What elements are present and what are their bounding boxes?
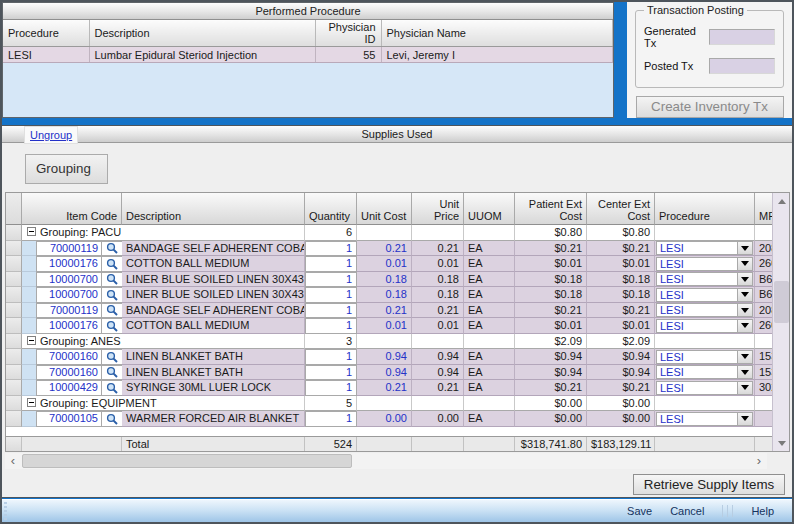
col-header-patient-ext-cost[interactable]: Patient Ext Cost	[515, 193, 587, 225]
col-header-procedure[interactable]: Procedure	[3, 20, 89, 47]
horizontal-scrollbar[interactable]: ‹ ›	[5, 453, 767, 469]
procedure-dropdown[interactable]: LESI	[656, 381, 753, 395]
col-header-procedure[interactable]: Procedure	[655, 193, 755, 225]
item-quantity-input[interactable]: 1	[305, 241, 357, 257]
item-code-link[interactable]: 70000119	[36, 241, 102, 257]
item-lookup-button[interactable]	[102, 303, 122, 319]
item-code-link[interactable]: 10000176	[36, 318, 102, 334]
item-lookup-button[interactable]	[102, 365, 122, 381]
help-button[interactable]: Help	[751, 505, 774, 517]
supply-item-row[interactable]: 10000176COTTON BALL MEDIUM10.010.01EA$0.…	[6, 318, 789, 334]
dropdown-arrow-button[interactable]	[737, 413, 752, 425]
scroll-up-button[interactable]	[775, 194, 788, 209]
supply-item-row[interactable]: 70000119BANDAGE SELF ADHERENT COBAN10.21…	[6, 241, 789, 257]
col-header-unit-cost[interactable]: Unit Cost	[357, 193, 412, 225]
row-indicator[interactable]	[6, 272, 22, 288]
item-quantity-input[interactable]: 1	[305, 318, 357, 334]
row-indicator[interactable]	[6, 380, 22, 396]
procedure-dropdown[interactable]: LESI	[656, 412, 753, 426]
row-indicator[interactable]	[6, 287, 22, 303]
cancel-button[interactable]: Cancel	[670, 505, 704, 517]
item-code-link[interactable]: 10000176	[36, 256, 102, 272]
supply-item-row[interactable]: 10000176COTTON BALL MEDIUM10.010.01EA$0.…	[6, 256, 789, 272]
dropdown-arrow-button[interactable]	[737, 351, 752, 363]
col-header-physician-name[interactable]: Physician Name	[381, 20, 613, 47]
retrieve-supply-items-button[interactable]: Retrieve Supply Items	[633, 474, 785, 495]
col-header-item-code[interactable]: Item Code	[22, 193, 122, 225]
supply-item-row[interactable]: 10000429SYRINGE 30ML LUER LOCK10.210.21E…	[6, 380, 789, 396]
col-header-center-ext-cost[interactable]: Center Ext Cost	[587, 193, 655, 225]
item-code-link[interactable]: 10000429	[36, 380, 102, 396]
row-indicator[interactable]	[6, 303, 22, 319]
create-inventory-tx-button[interactable]: Create Inventory Tx	[636, 96, 784, 118]
item-lookup-button[interactable]	[102, 349, 122, 365]
procedure-dropdown[interactable]: LESI	[656, 365, 753, 379]
supply-item-row[interactable]: 10000700LINER BLUE SOILED LINEN 30X4310.…	[6, 272, 789, 288]
collapse-icon[interactable]	[27, 227, 36, 236]
col-header-description[interactable]: Description	[89, 20, 315, 47]
item-quantity-input[interactable]: 1	[305, 272, 357, 288]
col-header-unit-price[interactable]: Unit Price	[412, 193, 464, 225]
item-code-link[interactable]: 70000160	[36, 349, 102, 365]
generated-tx-field[interactable]	[709, 29, 775, 45]
vertical-scrollbar[interactable]	[772, 193, 789, 452]
item-lookup-button[interactable]	[102, 241, 122, 257]
procedure-cell[interactable]: LESI	[3, 47, 89, 63]
dropdown-arrow-button[interactable]	[737, 320, 752, 332]
item-lookup-button[interactable]	[102, 256, 122, 272]
dropdown-arrow-button[interactable]	[737, 273, 752, 285]
dropdown-arrow-button[interactable]	[737, 366, 752, 378]
item-lookup-button[interactable]	[102, 411, 122, 427]
procedure-dropdown[interactable]: LESI	[656, 257, 753, 271]
procedure-description-cell[interactable]: Lumbar Epidural Steriod Injection	[89, 47, 315, 63]
col-header-description[interactable]: Description	[122, 193, 305, 225]
col-header-quantity[interactable]: Quantity	[305, 193, 357, 225]
dropdown-arrow-button[interactable]	[737, 382, 752, 394]
dropdown-arrow-button[interactable]	[737, 289, 752, 301]
item-lookup-button[interactable]	[102, 318, 122, 334]
row-indicator[interactable]	[6, 225, 22, 241]
posted-tx-field[interactable]	[709, 58, 775, 74]
horizontal-scrollbar-thumb[interactable]	[22, 454, 352, 468]
row-indicator[interactable]	[6, 241, 22, 257]
item-code-link[interactable]: 10000700	[36, 287, 102, 303]
dropdown-arrow-button[interactable]	[737, 242, 752, 254]
item-quantity-input[interactable]: 1	[305, 411, 357, 427]
collapse-icon[interactable]	[27, 336, 36, 345]
item-lookup-button[interactable]	[102, 287, 122, 303]
procedure-dropdown[interactable]: LESI	[656, 241, 753, 255]
procedure-dropdown[interactable]: LESI	[656, 350, 753, 364]
item-quantity-input[interactable]: 1	[305, 380, 357, 396]
row-indicator[interactable]	[6, 411, 22, 427]
item-quantity-input[interactable]: 1	[305, 303, 357, 319]
procedure-dropdown[interactable]: LESI	[656, 272, 753, 286]
vertical-scrollbar-thumb[interactable]	[774, 281, 789, 323]
item-quantity-input[interactable]: 1	[305, 365, 357, 381]
col-header-uuom[interactable]: UUOM	[464, 193, 515, 225]
row-indicator[interactable]	[6, 318, 22, 334]
item-quantity-input[interactable]: 1	[305, 349, 357, 365]
scroll-down-button[interactable]	[775, 436, 788, 451]
supply-item-row[interactable]: 10000700LINER BLUE SOILED LINEN 30X4310.…	[6, 287, 789, 303]
collapse-icon[interactable]	[27, 398, 36, 407]
item-quantity-input[interactable]: 1	[305, 256, 357, 272]
supply-item-row[interactable]: 70000160LINEN BLANKET BATH10.940.94EA$0.…	[6, 365, 789, 381]
physician-name-cell[interactable]: Levi, Jeremy I	[381, 47, 613, 63]
row-indicator[interactable]	[6, 349, 22, 365]
grouping-button[interactable]: Grouping	[25, 154, 108, 184]
row-indicator[interactable]	[6, 365, 22, 381]
procedure-dropdown[interactable]: LESI	[656, 303, 753, 317]
physician-id-cell[interactable]: 55	[315, 47, 381, 63]
item-quantity-input[interactable]: 1	[305, 287, 357, 303]
item-code-link[interactable]: 10000700	[36, 272, 102, 288]
supply-item-row[interactable]: 70000119BANDAGE SELF ADHERENT COBAN10.21…	[6, 303, 789, 319]
dropdown-arrow-button[interactable]	[737, 258, 752, 270]
row-indicator[interactable]	[6, 396, 22, 412]
row-indicator[interactable]	[6, 256, 22, 272]
item-lookup-button[interactable]	[102, 272, 122, 288]
procedure-dropdown[interactable]: LESI	[656, 288, 753, 302]
procedure-dropdown[interactable]: LESI	[656, 319, 753, 333]
dropdown-arrow-button[interactable]	[737, 304, 752, 316]
supply-item-row[interactable]: 70000160LINEN BLANKET BATH10.940.94EA$0.…	[6, 349, 789, 365]
supply-item-row[interactable]: 70000105WARMER FORCED AIR BLANKET10.000.…	[6, 411, 789, 427]
